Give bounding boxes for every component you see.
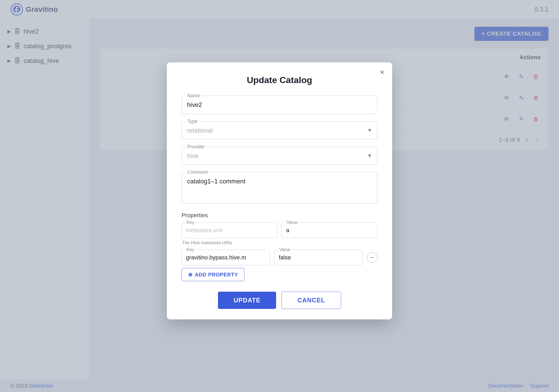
property1-key-input[interactable] [182,222,277,238]
cancel-button[interactable]: CANCEL [281,292,341,309]
property-row-2: Key Value − [182,250,377,265]
property2-key-group: Key [182,250,270,265]
property2-value-group: Value [274,250,363,265]
provider-select-wrapper: hive ▼ [182,147,377,165]
comment-field-label: Comment [186,170,209,175]
modal-title: Update Catalog [182,75,377,85]
add-property-button[interactable]: ⊕ ADD PROPERTY [182,268,244,281]
type-field-label: Type [186,119,199,124]
property1-key-group: Key [182,222,277,238]
properties-label: Properties [182,212,377,219]
plus-circle-icon: ⊕ [188,271,193,278]
provider-field-label: Provider [186,144,206,150]
update-button[interactable]: UPDATE [218,292,276,309]
modal-footer: UPDATE CANCEL [182,292,377,309]
provider-select[interactable]: hive [182,147,377,165]
properties-section: Properties Key Value The Hive metastore … [182,212,377,265]
type-field-group: Type relational ▼ [182,121,377,139]
name-field-label: Name [186,93,201,99]
comment-field-group: Comment catalog1–1 comment [182,172,377,205]
property1-key-label: Key [185,220,195,225]
update-catalog-modal: × Update Catalog Name Type relational ▼ … [167,62,392,319]
property1-value-group: Value [282,222,377,238]
comment-textarea[interactable]: catalog1–1 comment [182,172,377,204]
property2-value-label: Value [278,247,292,252]
property-row-1: Key Value [182,222,377,238]
property2-key-label: Key [185,247,195,252]
property1-hint: The Hive metastore URIs [182,240,377,246]
remove-property2-button[interactable]: − [367,252,377,263]
add-property-label: ADD PROPERTY [195,271,238,277]
name-input[interactable] [182,96,377,114]
name-field-group: Name [182,96,377,114]
property1-value-label: Value [285,220,299,225]
provider-field-group: Provider hive ▼ [182,147,377,165]
type-select[interactable]: relational [182,121,377,139]
modal-close-button[interactable]: × [380,69,384,76]
type-select-wrapper: relational ▼ [182,121,377,139]
